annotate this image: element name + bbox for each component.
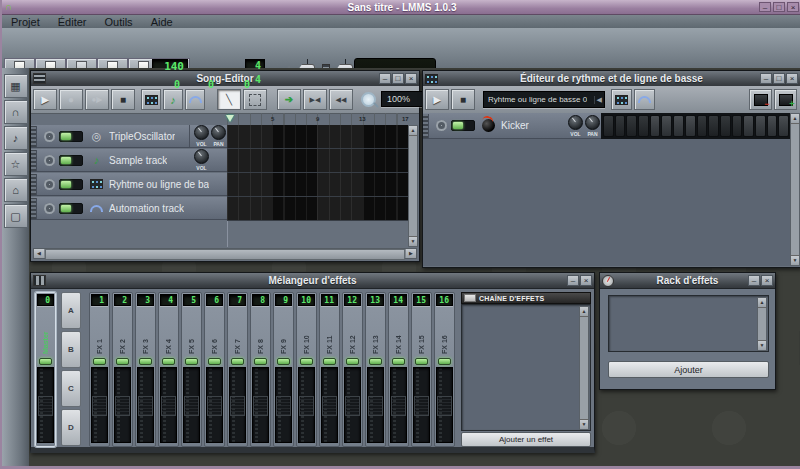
- bb-editor-titlebar[interactable]: Éditeur de rythme et de ligne de basse: [423, 71, 800, 87]
- track-header-tripleoscillator[interactable]: ◎ TripleOscillator VOL PAN: [31, 125, 227, 148]
- bb-add-automation-track-button[interactable]: [634, 89, 655, 110]
- sidebar-button[interactable]: ⌂: [4, 178, 28, 202]
- beat-step-cell[interactable]: [743, 115, 754, 137]
- track-mute-toggle[interactable]: [59, 155, 83, 166]
- track-mute-toggle[interactable]: [451, 120, 475, 131]
- add-automation-track-button[interactable]: [185, 89, 205, 110]
- fx-channel[interactable]: 813 FX 13: [365, 292, 386, 447]
- fx-channel[interactable]: 811 FX 11: [319, 292, 340, 447]
- fx-channel[interactable]: 81 FX 1: [89, 292, 110, 447]
- beat-step-cell[interactable]: [661, 115, 672, 137]
- song-close-button[interactable]: ×: [405, 73, 417, 84]
- song-maximize-button[interactable]: □: [392, 73, 404, 84]
- channel-led[interactable]: [93, 358, 106, 365]
- channel-fader[interactable]: [91, 367, 108, 443]
- beat-step-cell[interactable]: [767, 115, 778, 137]
- track-gear-icon[interactable]: [44, 179, 55, 190]
- edit-mode-button[interactable]: [243, 89, 267, 110]
- beat-step-cell[interactable]: [603, 115, 614, 137]
- track-gear-icon[interactable]: [44, 155, 55, 166]
- channel-led[interactable]: [254, 358, 267, 365]
- fx-channel[interactable]: 83 FX 3: [135, 292, 156, 447]
- fx-channel[interactable]: 816 FX 16: [434, 292, 455, 447]
- beat-step-cell[interactable]: [755, 115, 766, 137]
- beat-step-cell[interactable]: [778, 115, 789, 137]
- track-name[interactable]: Automation track: [109, 203, 184, 214]
- beat-step-cell[interactable]: [708, 115, 719, 137]
- maximize-button[interactable]: □: [773, 2, 785, 12]
- track-lane[interactable]: [227, 149, 408, 173]
- track-mute-toggle[interactable]: [59, 203, 83, 214]
- track-name[interactable]: TripleOscillator: [109, 131, 175, 142]
- track-name[interactable]: Kicker: [501, 120, 529, 131]
- channel-fader[interactable]: [344, 367, 361, 443]
- track-pan-knob[interactable]: [211, 125, 226, 140]
- bb-track-header-kicker[interactable]: Kicker VOL PAN: [423, 113, 601, 139]
- fx-channel[interactable]: 84 FX 4: [158, 292, 179, 447]
- rack-close-button[interactable]: ×: [761, 275, 773, 286]
- track-lane[interactable]: [227, 173, 408, 197]
- scrollbar-handle[interactable]: [45, 249, 405, 260]
- jump-end-button[interactable]: ▶◀: [303, 89, 327, 110]
- channel-fader[interactable]: [137, 367, 154, 443]
- add-steps-button[interactable]: +: [774, 89, 797, 110]
- track-grip[interactable]: [31, 198, 37, 219]
- bb-close-button[interactable]: ×: [786, 73, 798, 84]
- fx-channel[interactable]: 812 FX 12: [342, 292, 363, 447]
- chain-enable-checkbox[interactable]: [464, 294, 476, 302]
- channel-fader[interactable]: [436, 367, 453, 443]
- track-grip[interactable]: [31, 126, 37, 147]
- track-gear-icon[interactable]: [436, 120, 447, 131]
- bb-stop-button[interactable]: ■: [451, 89, 475, 110]
- beat-step-cell[interactable]: [615, 115, 626, 137]
- beat-step-cell[interactable]: [626, 115, 637, 137]
- bb-maximize-button[interactable]: □: [773, 73, 785, 84]
- send-button[interactable]: A: [61, 292, 81, 329]
- sidebar-button[interactable]: ∩: [4, 100, 28, 124]
- channel-fader[interactable]: [183, 367, 200, 443]
- track-lane[interactable]: [227, 197, 408, 221]
- sidebar-button[interactable]: ♪: [4, 126, 28, 150]
- song-editor-titlebar[interactable]: Song-Editor: [31, 71, 419, 87]
- track-gear-icon[interactable]: [44, 203, 55, 214]
- channel-led[interactable]: [208, 358, 221, 365]
- bb-vertical-scrollbar[interactable]: ▲ ▼: [790, 113, 800, 266]
- channel-fader[interactable]: [206, 367, 223, 443]
- add-effect-button[interactable]: Ajouter un effet: [461, 432, 591, 447]
- channel-fader[interactable]: [321, 367, 338, 443]
- beat-step-cell[interactable]: [697, 115, 708, 137]
- channel-fader[interactable]: [252, 367, 269, 443]
- channel-fader[interactable]: [114, 367, 131, 443]
- draw-mode-button[interactable]: ╲: [217, 89, 241, 110]
- track-lane[interactable]: [227, 125, 408, 149]
- close-button[interactable]: ×: [787, 2, 799, 12]
- song-minimize-button[interactable]: –: [379, 73, 391, 84]
- track-header-bb[interactable]: Ryhtme ou ligne de ba: [31, 173, 227, 196]
- fx-master-channel[interactable]: 80 Master: [35, 292, 56, 447]
- follow-playback-button[interactable]: ➔: [277, 89, 301, 110]
- track-name[interactable]: Ryhtme ou ligne de ba: [109, 179, 209, 190]
- bb-minimize-button[interactable]: –: [760, 73, 772, 84]
- channel-fader[interactable]: [367, 367, 384, 443]
- channel-led[interactable]: [369, 358, 382, 365]
- fx-channel[interactable]: 85 FX 5: [181, 292, 202, 447]
- channel-led[interactable]: [277, 358, 290, 365]
- channel-led[interactable]: [185, 358, 198, 365]
- track-header-automation[interactable]: Automation track: [31, 197, 227, 220]
- song-vertical-scrollbar[interactable]: ▲ ▼: [408, 125, 418, 247]
- timeline-loop-marker[interactable]: [226, 115, 234, 122]
- song-horizontal-scrollbar[interactable]: ◀ ▶: [33, 248, 417, 259]
- beat-step-cell[interactable]: [673, 115, 684, 137]
- track-mute-toggle[interactable]: [59, 131, 83, 142]
- minimize-button[interactable]: –: [759, 2, 771, 12]
- channel-fader[interactable]: [390, 367, 407, 443]
- channel-fader[interactable]: [160, 367, 177, 443]
- track-grip[interactable]: [31, 174, 37, 195]
- add-sample-track-button[interactable]: ♪: [163, 89, 183, 110]
- remove-steps-button[interactable]: −: [749, 89, 772, 110]
- channel-led[interactable]: [346, 358, 359, 365]
- beat-step-cell[interactable]: [720, 115, 731, 137]
- channel-led[interactable]: [116, 358, 129, 365]
- fx-channel[interactable]: 86 FX 6: [204, 292, 225, 447]
- track-grip[interactable]: [423, 114, 429, 138]
